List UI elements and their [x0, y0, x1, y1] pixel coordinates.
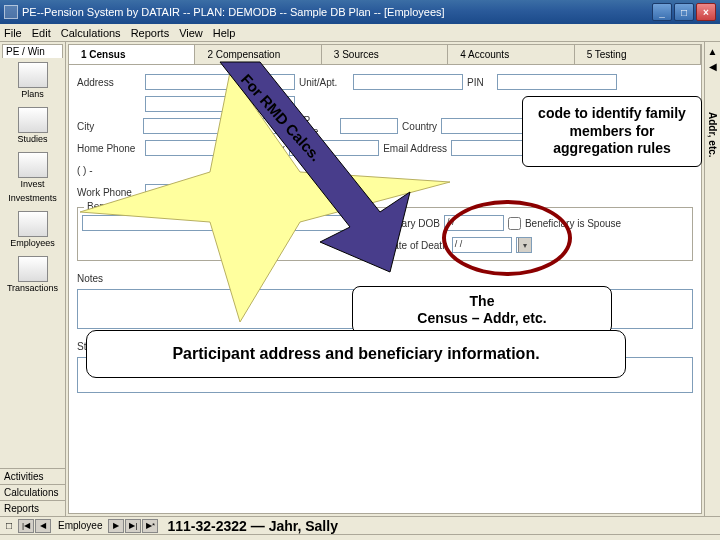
label-email: Email Address	[383, 143, 447, 154]
status-bar: PLAN: DEMODB 2009 -- Sample DB Plan	[0, 534, 720, 540]
nav-last-button[interactable]: ▶|	[125, 519, 141, 533]
record-label: Employee	[52, 520, 108, 531]
sidebar-icon-employees[interactable]	[18, 211, 48, 237]
menu-reports[interactable]: Reports	[131, 27, 170, 39]
menu-bar: File Edit Calculations Reports View Help	[0, 24, 720, 42]
nav-next-button[interactable]: ▶	[108, 519, 124, 533]
window-title: PE--Pension System by DATAIR -- PLAN: DE…	[22, 6, 445, 18]
menu-edit[interactable]: Edit	[32, 27, 51, 39]
beneficiary-input[interactable]	[82, 215, 362, 231]
callout-family-code: code to identify family members for aggr…	[522, 96, 702, 167]
sidebar-item-invest[interactable]: Invest	[0, 179, 65, 189]
address-input[interactable]	[145, 74, 295, 90]
pin-input[interactable]	[497, 74, 617, 90]
app-icon	[4, 5, 18, 19]
beneficiary-fieldset: Beneficiary Beneficiary DOB / / Benefici…	[77, 207, 693, 261]
callout-participant-address: Participant address and beneficiary info…	[86, 330, 626, 378]
record-navigator: □ |◀ ◀ Employee ▶ ▶| ▶* 111-32-2322 — Ja…	[0, 516, 720, 534]
right-gutter: ▲ ◀ Addr, etc.	[704, 42, 720, 516]
sidebar-item-employees[interactable]: Employees	[0, 238, 65, 248]
left-sidebar: PE / Win Plans Studies Invest Investment…	[0, 42, 66, 516]
gutter-label: Addr, etc.	[707, 112, 718, 158]
label-country: Country	[402, 121, 437, 132]
gutter-left-icon[interactable]: ◀	[709, 61, 717, 72]
label-benspouse: Beneficiary is Spouse	[525, 218, 621, 229]
dod-picker[interactable]	[516, 237, 532, 253]
label-dod: Date of Death	[386, 240, 448, 251]
unitapt-input[interactable]	[353, 74, 463, 90]
sidebar-item-plans[interactable]: Plans	[0, 89, 65, 99]
label-extension: Extension	[239, 187, 283, 198]
city-input[interactable]	[143, 118, 231, 134]
label-homefax: Home Fax	[239, 143, 285, 154]
nav-new-button[interactable]: ▶*	[142, 519, 158, 533]
state-select[interactable]	[251, 118, 290, 134]
close-button[interactable]: ×	[696, 3, 716, 21]
menu-file[interactable]: File	[4, 27, 22, 39]
sidebar-item-transactions[interactable]: Transactions	[0, 283, 65, 293]
maximize-button[interactable]: □	[674, 3, 694, 21]
country-input[interactable]	[441, 118, 529, 134]
label-homephone: Home Phone	[77, 143, 141, 154]
bendob-input[interactable]: / /	[444, 215, 504, 231]
menu-help[interactable]: Help	[213, 27, 236, 39]
label-address: Address	[77, 77, 141, 88]
label-notes: Notes	[77, 273, 141, 284]
record-current: 111-32-2322 — Jahr, Sally	[159, 518, 337, 534]
tab-testing[interactable]: 5 Testing	[575, 45, 701, 64]
window-titlebar: PE--Pension System by DATAIR -- PLAN: DE…	[0, 0, 720, 24]
zip-input[interactable]	[340, 118, 399, 134]
nav-prev-button[interactable]: ◀	[35, 519, 51, 533]
tab-census[interactable]: 1 Census	[69, 45, 195, 64]
tab-sources[interactable]: 3 Sources	[322, 45, 448, 64]
label-pin: PIN	[467, 77, 493, 88]
label-unitapt: Unit/Apt.	[299, 77, 349, 88]
tab-compensation[interactable]: 2 Compensation	[195, 45, 321, 64]
sidebar-item-investments[interactable]: Investments	[0, 193, 65, 203]
minimize-button[interactable]: _	[652, 3, 672, 21]
extension-input[interactable]	[287, 184, 347, 200]
label-beneficiary: Beneficiary	[84, 201, 139, 212]
label-st: St.	[235, 121, 247, 132]
sidebar-link-calculations[interactable]: Calculations	[0, 484, 65, 500]
dod-input[interactable]: / /	[452, 237, 512, 253]
sidebar-link-reports[interactable]: Reports	[0, 500, 65, 516]
label-zip: ZIP Code	[295, 115, 336, 137]
tab-accounts[interactable]: 4 Accounts	[448, 45, 574, 64]
sidebar-item-studies[interactable]: Studies	[0, 134, 65, 144]
menu-calculations[interactable]: Calculations	[61, 27, 121, 39]
menu-view[interactable]: View	[179, 27, 203, 39]
label-bendob: Beneficiary DOB	[366, 218, 440, 229]
workphone-input[interactable]	[145, 184, 235, 200]
address2-input[interactable]	[145, 96, 295, 112]
homephone-input[interactable]	[145, 140, 235, 156]
sidebar-link-activities[interactable]: Activities	[0, 468, 65, 484]
callout-census-addr: The Census – Addr, etc.	[352, 286, 612, 334]
sidebar-icon-transactions[interactable]	[18, 256, 48, 282]
ben-spouse-checkbox[interactable]	[508, 217, 521, 230]
sidebar-icon-invest[interactable]	[18, 152, 48, 178]
homefax-input[interactable]	[289, 140, 379, 156]
sidebar-tab-pewin[interactable]: PE / Win	[2, 44, 63, 58]
gutter-up-icon[interactable]: ▲	[708, 46, 718, 57]
label-workphone: Work Phone	[77, 187, 141, 198]
nav-first-button[interactable]: |◀	[18, 519, 34, 533]
sidebar-icon-plans[interactable]	[18, 62, 48, 88]
sidebar-icon-studies[interactable]	[18, 107, 48, 133]
form-tabs: 1 Census 2 Compensation 3 Sources 4 Acco…	[69, 45, 701, 65]
label-city: City	[77, 121, 139, 132]
